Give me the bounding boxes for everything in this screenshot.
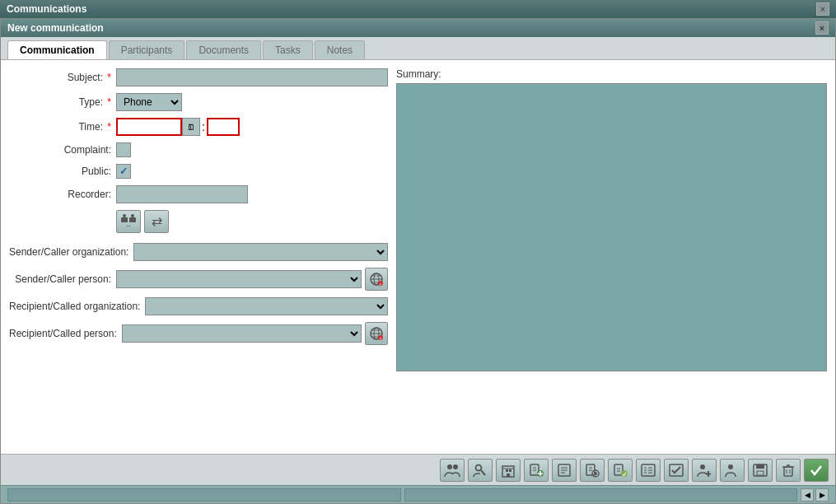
building-button[interactable]	[496, 459, 521, 482]
type-row: Type: * Phone Email Meeting Other	[9, 93, 388, 111]
summary-label: Summary:	[396, 68, 827, 80]
status-bar-mid-panel	[404, 488, 798, 502]
svg-point-62	[728, 464, 733, 469]
svg-text:×: ×	[380, 336, 382, 341]
type-select-wrapper: Phone Email Meeting Other	[116, 93, 182, 111]
sender-person-row: Sender/Caller person: ×	[9, 268, 388, 291]
outer-title-bar: Communications ×	[0, 0, 836, 18]
time-date-input[interactable]	[116, 118, 182, 136]
sender-org-row: Sender/Caller organization:	[9, 243, 388, 261]
time-hour-input[interactable]	[207, 118, 240, 136]
type-select[interactable]: Phone Email Meeting Other	[116, 93, 182, 111]
tab-participants[interactable]: Participants	[109, 40, 185, 59]
form-right: Summary:	[396, 68, 827, 446]
recipient-person-label: Recipient/Called person:	[9, 328, 122, 339]
time-calendar-button[interactable]: 🗓	[182, 118, 200, 136]
subject-required-star: *	[107, 72, 111, 83]
add-sender-button[interactable]: ↔	[116, 210, 141, 233]
form-area: Subject: * Type: * Phone	[1, 60, 835, 454]
svg-point-3	[131, 214, 134, 217]
svg-text:✓: ✓	[622, 470, 628, 478]
status-prev-button[interactable]: ◀	[801, 488, 814, 502]
complaint-row: Complaint:	[9, 142, 388, 157]
sender-person-select[interactable]	[116, 270, 362, 288]
tab-tasks[interactable]: Tasks	[263, 40, 313, 59]
svg-point-21	[447, 464, 452, 469]
svg-text:↔: ↔	[125, 222, 132, 229]
delete-button[interactable]	[776, 459, 801, 482]
sender-org-label: Sender/Caller organization:	[9, 246, 133, 258]
inner-window-title: New communication	[7, 22, 104, 34]
sender-person-label: Sender/Caller person:	[9, 273, 116, 285]
recipient-org-select[interactable]	[145, 297, 388, 315]
status-bar-content: ◀ ▶	[7, 488, 829, 502]
svg-point-59	[700, 464, 705, 469]
confirm-button[interactable]	[804, 459, 829, 482]
tab-documents[interactable]: Documents	[186, 40, 261, 59]
tab-notes[interactable]: Notes	[315, 40, 365, 59]
public-label: Public:	[9, 166, 116, 177]
svg-rect-27	[506, 469, 508, 472]
bottom-toolbar: ✓	[1, 454, 835, 485]
sender-person-wrapper	[116, 270, 362, 288]
svg-line-25	[481, 470, 485, 475]
svg-point-1	[123, 214, 126, 217]
sender-org-wrapper	[133, 243, 388, 261]
group-add-button[interactable]	[440, 459, 465, 482]
complaint-label: Complaint:	[9, 144, 116, 156]
sender-person-globe-button[interactable]: ×	[365, 268, 388, 291]
recipient-person-select[interactable]	[122, 324, 362, 343]
recorder-input[interactable]	[116, 185, 248, 203]
complaint-checkbox[interactable]	[116, 142, 131, 157]
outer-window: Communications × New communication × Com…	[0, 0, 836, 504]
public-checkbox[interactable]	[116, 164, 131, 179]
svg-rect-28	[509, 469, 511, 472]
summary-area[interactable]	[396, 83, 827, 371]
recipient-org-label: Recipient/Called organization:	[9, 301, 145, 312]
save-button[interactable]	[748, 459, 773, 482]
tab-bar: Communication Participants Documents Tas…	[1, 37, 835, 60]
person-add-button[interactable]	[692, 459, 717, 482]
time-label: Time: *	[9, 121, 116, 133]
status-bar-right-panel: ◀ ▶	[801, 488, 829, 502]
svg-point-45	[594, 472, 597, 475]
swap-button[interactable]: ⇄	[144, 210, 169, 233]
svg-rect-64	[756, 464, 764, 469]
svg-rect-66	[784, 467, 792, 476]
recipient-person-wrapper	[122, 324, 362, 343]
subject-row: Subject: *	[9, 68, 388, 86]
time-wrapper: 🗓 :	[116, 118, 240, 136]
task-check-button[interactable]	[664, 459, 689, 482]
recipient-org-wrapper	[145, 297, 388, 315]
person-search-button[interactable]	[468, 459, 493, 482]
svg-rect-29	[507, 474, 510, 477]
recipient-org-row: Recipient/Called organization:	[9, 297, 388, 315]
icon-buttons-row: ↔ ⇄	[116, 210, 388, 233]
task-list-button[interactable]	[636, 459, 661, 482]
subject-input[interactable]	[116, 68, 388, 86]
svg-text:⇄: ⇄	[152, 214, 162, 228]
recorder-row: Recorder:	[9, 185, 388, 203]
inner-title-bar: New communication ×	[1, 19, 835, 37]
recipient-person-globe-button[interactable]: ×	[365, 322, 388, 345]
inner-close-button[interactable]: ×	[815, 21, 829, 35]
svg-rect-65	[757, 471, 764, 475]
status-next-button[interactable]: ▶	[815, 488, 829, 502]
status-bar-left-panel	[7, 488, 401, 502]
public-row: Public:	[9, 164, 388, 179]
doc-add-button[interactable]	[524, 459, 549, 482]
tab-communication[interactable]: Communication	[7, 40, 107, 59]
task-add-button[interactable]: ✓	[608, 459, 633, 482]
type-required-star: *	[107, 96, 111, 108]
recorder-label: Recorder:	[9, 189, 116, 200]
person-list-button[interactable]	[720, 459, 745, 482]
svg-point-24	[476, 464, 482, 470]
doc-view-button[interactable]	[580, 459, 605, 482]
inner-window: New communication × Communication Partic…	[0, 18, 836, 504]
doc-list-button[interactable]	[552, 459, 577, 482]
sender-org-select[interactable]	[133, 243, 388, 261]
subject-label: Subject: *	[9, 72, 116, 83]
outer-close-button[interactable]: ×	[816, 2, 829, 16]
time-colon-separator: :	[200, 120, 207, 133]
outer-window-title: Communications	[7, 3, 86, 15]
